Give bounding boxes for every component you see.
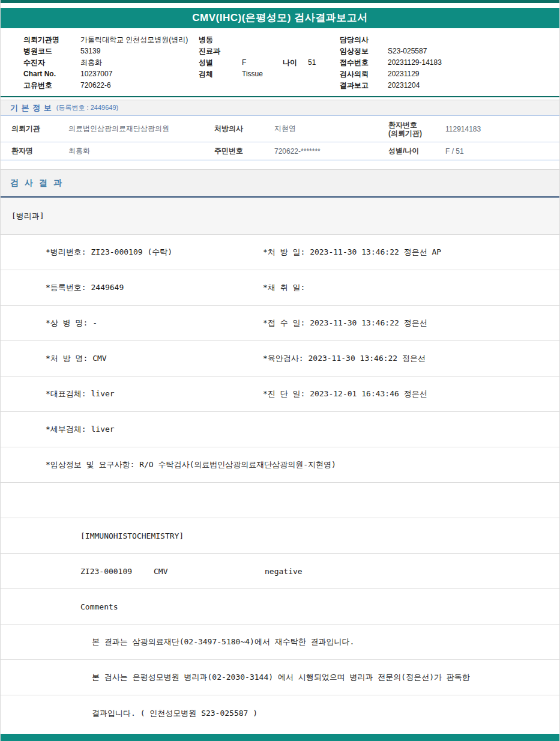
field-test-request-date: 검사의뢰 20231129 bbox=[340, 68, 442, 80]
patient-info-right-column: 담당의사 임상정보 S23-025587 접수번호 20231129-14183… bbox=[340, 34, 442, 91]
field-label-age: 나이 bbox=[283, 57, 308, 68]
field-label: 임상정보 bbox=[340, 46, 388, 57]
field-value: 20231129-14183 bbox=[388, 57, 442, 68]
result-row-comment-1: 본 결과는 삼광의료재단(02-3497-5180~4)에서 재수탁한 결과입니… bbox=[1, 625, 559, 660]
basic-info-header: 기 본 정 보 (등록번호 : 2449649) bbox=[1, 100, 559, 116]
label-resident-number: 주민번호 bbox=[211, 146, 271, 156]
label-patient-number: 환자번호 (의뢰기관) bbox=[385, 121, 442, 138]
test-result-title: 검 사 결 과 bbox=[10, 178, 64, 189]
field-sex-age: 성별 F 나이 51 bbox=[199, 57, 316, 68]
basic-info-title: 기 본 정 보 bbox=[10, 103, 52, 113]
department-name: [병리과] bbox=[11, 211, 44, 222]
field-label: Chart No. bbox=[23, 68, 80, 80]
patient-info-middle-column: 병동 진료과 성별 F 나이 51 검체 Tissue bbox=[199, 34, 316, 80]
basic-info-table: 의뢰기관 의료법인삼광의료재단삼광의원 처방의사 지현영 환자번호 (의뢰기관)… bbox=[1, 116, 559, 160]
label-prescribing-doctor: 처방의사 bbox=[211, 124, 271, 134]
result-left-text: *처 방 명: CMV bbox=[46, 353, 107, 364]
result-left-text: *병리번호: ZI23-000109 (수탁) bbox=[46, 247, 172, 258]
field-result-report-date: 결과보고 20231204 bbox=[340, 80, 442, 91]
field-value-sex: F bbox=[242, 57, 283, 68]
test-result-body: [병리과] *병리번호: ZI23-000109 (수탁) *처 방 일: 20… bbox=[1, 198, 559, 731]
field-label: 고유번호 bbox=[23, 80, 80, 91]
result-row-order-name: *처 방 명: CMV *육안검사: 2023-11-30 13:46:22 정… bbox=[1, 341, 559, 377]
field-unique-no: 고유번호 720622-6 bbox=[23, 80, 188, 91]
field-department: 진료과 bbox=[199, 46, 316, 57]
ihc-section-title: [IMMUNOHISTOCHEMISTRY] bbox=[80, 531, 184, 540]
result-right-text: *채 취 일: bbox=[263, 282, 305, 293]
field-value: 최홍화 bbox=[80, 57, 102, 68]
ihc-test-name: CMV bbox=[154, 567, 167, 576]
result-row-diagnosis-name: *상 병 명: - *접 수 일: 2023-11-30 13:46:22 정은… bbox=[1, 306, 559, 341]
field-attending-doctor: 담당의사 bbox=[340, 34, 442, 46]
result-row-registration-no: *등록번호: 2449649 *채 취 일: bbox=[1, 270, 559, 306]
field-value: 20231129 bbox=[388, 68, 420, 80]
field-label: 병원코드 bbox=[23, 46, 80, 57]
result-right-text: *육안검사: 2023-11-30 13:46:22 정은선 bbox=[263, 353, 426, 364]
ihc-result-value: negative bbox=[265, 567, 303, 576]
result-left-text: *상 병 명: - bbox=[46, 318, 97, 328]
result-row-ihc-header: [IMMUNOHISTOCHEMISTRY] bbox=[1, 518, 559, 554]
result-row-comment-2: 본 검사는 은평성모병원 병리과(02-2030-3144) 에서 시행되었으며… bbox=[1, 660, 559, 695]
top-border bbox=[1, 0, 559, 3]
result-row-comments-label: Comments bbox=[1, 589, 559, 625]
field-value: Tissue bbox=[242, 68, 263, 80]
comment-text: 본 결과는 삼광의료재단(02-3497-5180~4)에서 재수탁한 결과입니… bbox=[92, 637, 354, 647]
field-label: 검사의뢰 bbox=[340, 68, 388, 80]
result-right-text: *처 방 일: 2023-11-30 13:46:22 정은선 AP bbox=[263, 247, 441, 258]
label-sex-age: 성별/나이 bbox=[385, 146, 442, 156]
field-value-age: 51 bbox=[308, 57, 316, 68]
test-result-header: 검 사 결 과 bbox=[1, 169, 559, 198]
field-hospital-code: 병원코드 53139 bbox=[23, 46, 188, 57]
result-row-clinical-info: *임상정보 및 요구사항: R/O 수탁검사(의료법인삼광의료재단삼광의원-지현… bbox=[1, 447, 559, 483]
field-institution-name: 의뢰기관명 가톨릭대학교 인천성모병원(병리) bbox=[23, 34, 188, 46]
result-row-comment-3: 결과입니다. ( 인천성모병원 S23-025587 ) bbox=[1, 695, 559, 731]
field-label: 수진자 bbox=[23, 57, 80, 68]
registration-number: (등록번호 : 2449649) bbox=[56, 103, 118, 112]
field-specimen: 검체 Tissue bbox=[199, 68, 316, 80]
field-label: 검체 bbox=[199, 68, 242, 80]
result-left-text: *임상정보 및 요구사항: R/O 수탁검사(의료법인삼광의료재단삼광의원-지현… bbox=[46, 459, 336, 470]
result-left-text: *세부검체: liver bbox=[46, 424, 115, 435]
value-prescribing-doctor: 지현영 bbox=[271, 124, 385, 134]
field-examinee-name: 수진자 최홍화 bbox=[23, 57, 188, 68]
result-left-text: *대표검체: liver bbox=[46, 389, 115, 399]
result-right-text: *진 단 일: 2023-12-01 16:43:46 정은선 bbox=[263, 389, 427, 399]
field-label: 접수번호 bbox=[340, 57, 388, 68]
result-row-empty bbox=[1, 483, 559, 518]
basic-info-row-2: 환자명 최홍화 주민번호 720622-******* 성별/나이 F / 51 bbox=[1, 142, 559, 160]
field-label: 병동 bbox=[199, 34, 242, 46]
result-right-text: *접 수 일: 2023-11-30 13:46:22 정은선 bbox=[263, 318, 427, 328]
value-referring-institution: 의료법인삼광의료재단삼광의원 bbox=[58, 124, 211, 134]
result-left-text: *등록번호: 2449649 bbox=[46, 282, 124, 293]
field-label: 의뢰기관명 bbox=[23, 34, 80, 46]
comment-text: 본 검사는 은평성모병원 병리과(02-2030-3144) 에서 시행되었으며… bbox=[92, 672, 470, 683]
field-value: 10237007 bbox=[80, 68, 112, 80]
header-divider bbox=[1, 96, 559, 97]
result-row-sub-specimen: *세부검체: liver bbox=[1, 412, 559, 447]
patient-info-header: 의뢰기관명 가톨릭대학교 인천성모병원(병리) 병원코드 53139 수진자 최… bbox=[1, 28, 559, 96]
comment-text: 결과입니다. ( 인천성모병원 S23-025587 ) bbox=[92, 708, 257, 719]
field-receipt-no: 접수번호 20231129-14183 bbox=[340, 57, 442, 68]
label-patient-number-line2: (의뢰기관) bbox=[388, 129, 442, 138]
field-label-sex: 성별 bbox=[199, 57, 242, 68]
bottom-border bbox=[1, 734, 559, 741]
ihc-specimen-code: ZI23-000109 bbox=[80, 567, 132, 576]
field-ward: 병동 bbox=[199, 34, 316, 46]
field-label: 진료과 bbox=[199, 46, 242, 57]
field-value: 20231204 bbox=[388, 80, 420, 91]
patient-info-left-column: 의뢰기관명 가톨릭대학교 인천성모병원(병리) 병원코드 53139 수진자 최… bbox=[23, 34, 188, 91]
field-value: 720622-6 bbox=[80, 80, 111, 91]
value-patient-number: 112914183 bbox=[442, 125, 559, 133]
field-value: 53139 bbox=[80, 46, 100, 57]
report-title: CMV(IHC)(은평성모) 검사결과보고서 bbox=[192, 12, 367, 23]
value-patient-name: 최홍화 bbox=[58, 146, 211, 156]
field-clinical-info: 임상정보 S23-025587 bbox=[340, 46, 442, 57]
report-page: CMV(IHC)(은평성모) 검사결과보고서 의뢰기관명 가톨릭대학교 인천성모… bbox=[0, 0, 560, 741]
label-patient-number-line1: 환자번호 bbox=[388, 121, 442, 129]
label-referring-institution: 의뢰기관 bbox=[1, 124, 58, 134]
basic-info-row-1: 의뢰기관 의료법인삼광의료재단삼광의원 처방의사 지현영 환자번호 (의뢰기관)… bbox=[1, 116, 559, 142]
report-title-bar: CMV(IHC)(은평성모) 검사결과보고서 bbox=[1, 8, 559, 28]
result-row-pathology-no: *병리번호: ZI23-000109 (수탁) *처 방 일: 2023-11-… bbox=[1, 235, 559, 270]
comments-label: Comments bbox=[80, 602, 118, 611]
field-value: 가톨릭대학교 인천성모병원(병리) bbox=[80, 34, 188, 46]
